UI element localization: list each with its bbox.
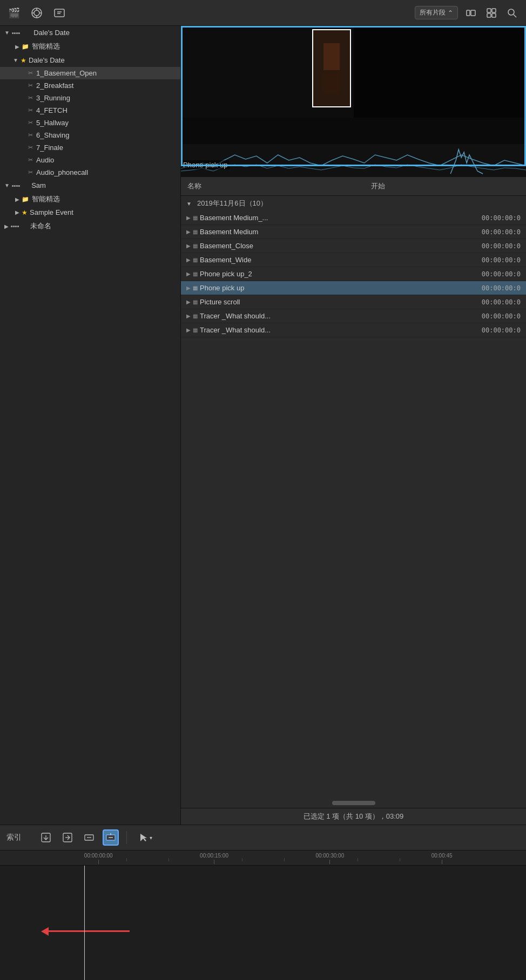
sidebar-item-clip-running[interactable]: ✂ 3_Running: [0, 92, 180, 104]
sidebar: ▼ ▪▪▪▪ Dale's Date ▶ 📁 智能精选 ▼ ★ Dale's D…: [0, 26, 181, 825]
sidebar-item-clip-basement-open[interactable]: ✂ 1_Basement_Open: [0, 67, 180, 79]
sidebar-item-clip-audio-phonecall[interactable]: ✂ Audio_phonecall: [0, 166, 180, 179]
sidebar-item-clip-fetch[interactable]: ✂ 4_FETCH: [0, 104, 180, 117]
ruler-mark-1: 00:00:15:00: [200, 853, 228, 864]
browser-header: 名称 开始: [181, 177, 526, 196]
sidebar-group-unnamed[interactable]: ▶ ▪▪▪▪ 未命名: [0, 219, 180, 234]
browser-group-date[interactable]: ▼ 2019年11月6日（10）: [181, 196, 526, 211]
timeline-tracks[interactable]: Basement_Wide: [0, 866, 526, 980]
sidebar-item-clip-breakfast[interactable]: ✂ 2_Breakfast: [0, 79, 180, 92]
row-arrow-bc: ▶: [186, 243, 191, 249]
browser-row-ps[interactable]: ▶ ▦ Picture scroll 00:00:00:0: [181, 295, 526, 309]
expand-triangle-unnamed: ▶: [4, 223, 9, 229]
sidebar-group-dales-date[interactable]: ▼ ▪▪▪▪ Dale's Date: [0, 26, 180, 39]
browser-row-tw2[interactable]: ▶ ▦ Tracer _What should... 00:00:00:0: [181, 323, 526, 337]
clip-scissors-icon-8: ✂: [28, 156, 33, 164]
timeline-area: 00:00:00:00 00:00:15:00 00:00:30:00 00:0…: [0, 850, 526, 980]
toolbar-icon-insert[interactable]: [81, 829, 97, 846]
row-name-ps: Picture scroll: [200, 298, 482, 306]
ruler-time-2: 00:00:30:00: [315, 853, 344, 859]
row-name-bw: Basement_Wide: [200, 256, 482, 264]
clip-scissors-icon-7: ✂: [28, 144, 33, 151]
sidebar-item-clip-audio[interactable]: ✂ Audio: [0, 154, 180, 166]
clip-running-label: 3_Running: [36, 94, 70, 102]
sidebar-item-sample-event[interactable]: ▶ ★ Sample Event: [0, 206, 180, 219]
row-arrow-pp1: ▶: [186, 285, 191, 291]
sidebar-item-dales-date-event[interactable]: ▼ ★ Dale's Date: [0, 53, 180, 67]
expand-triangle: ▶: [15, 44, 19, 50]
expand-triangle-sample: ▶: [15, 209, 19, 215]
clip-scissors-icon-9: ✂: [28, 169, 33, 176]
folder-icon-sam: 📁: [22, 196, 29, 203]
row-arrow-ps: ▶: [186, 299, 191, 305]
event-collapse-triangle: ▼: [13, 57, 18, 63]
browser-row-bw[interactable]: ▶ ▦ Basement_Wide 00:00:00:0: [181, 253, 526, 267]
row-arrow-bm2: ▶: [186, 229, 191, 235]
svg-rect-13: [487, 13, 491, 17]
timeline-ruler: 00:00:00:00 00:00:15:00 00:00:30:00 00:0…: [0, 850, 526, 866]
collapse-triangle-dales: ▼: [4, 30, 10, 36]
film-icon-pp2: ▦: [193, 271, 198, 277]
browser-row-bm1[interactable]: ▶ ▦ Basement Medium_... 00:00:00:0: [181, 211, 526, 225]
browser-row-bm2[interactable]: ▶ ▦ Basement Medium 00:00:00:0: [181, 225, 526, 239]
toolbar-icon-connect[interactable]: [103, 829, 119, 846]
row-name-tw1: Tracer _What should...: [200, 312, 482, 320]
media-import-icon[interactable]: [29, 5, 44, 21]
title-icon[interactable]: [52, 5, 67, 21]
preview-clip-label: Phone pick up: [181, 160, 230, 169]
smart-collection-1-label: 智能精选: [32, 42, 60, 51]
toolbar-icon-append[interactable]: [59, 829, 76, 846]
sidebar-group-sam[interactable]: ▼ ▪▪▪▪ Sam: [0, 179, 180, 192]
index-label: 索引: [6, 833, 22, 842]
film-icon-pp1: ▦: [193, 285, 198, 291]
film-icon-bm1: ▦: [193, 215, 198, 221]
row-start-tw2: 00:00:00:0: [482, 326, 521, 334]
sidebar-item-clip-finale[interactable]: ✂ 7_Finale: [0, 141, 180, 154]
preview-video[interactable]: [181, 26, 526, 176]
clip-shaving-label: 6_Shaving: [36, 131, 69, 139]
film-icon-tw1: ▦: [193, 313, 198, 319]
row-arrow-bm1: ▶: [186, 215, 191, 221]
browser-row-bc[interactable]: ▶ ▦ Basement_Close 00:00:00:0: [181, 239, 526, 253]
library-icon[interactable]: 🎬: [6, 5, 22, 21]
browser-row-pp1[interactable]: ▶ ▦ Phone pick up 00:00:00:0: [181, 281, 526, 295]
toolbar-icon-import[interactable]: [38, 829, 54, 846]
film-icon-ps: ▦: [193, 299, 198, 305]
collapse-triangle-sam: ▼: [4, 182, 10, 188]
folder-icon: 📁: [22, 43, 29, 50]
arrow-head: [41, 927, 49, 936]
sidebar-item-smart-collection-sam[interactable]: ▶ 📁 智能精选: [0, 192, 180, 206]
browser-row-pp2[interactable]: ▶ ▦ Phone pick up_2 00:00:00:0: [181, 267, 526, 281]
sidebar-item-smart-collection-1[interactable]: ▶ 📁 智能精选: [0, 39, 180, 53]
library-grid-icon: ▪▪▪▪: [12, 30, 29, 36]
top-toolbar: 🎬 所有片段 ⌃: [0, 0, 526, 26]
svg-rect-9: [467, 10, 470, 16]
sidebar-item-clip-shaving[interactable]: ✂ 6_Shaving: [0, 129, 180, 141]
sidebar-item-clip-hallway[interactable]: ✂ 5_Hallway: [0, 117, 180, 129]
row-start-bw: 00:00:00:0: [482, 256, 521, 264]
ruler-mark-3: 00:00:45: [431, 853, 453, 864]
row-start-bm1: 00:00:00:0: [482, 214, 521, 222]
toolbar-arrow-select[interactable]: ▾: [134, 830, 156, 845]
unnamed-library-label: 未命名: [30, 221, 51, 231]
view-toggle-icon[interactable]: [484, 5, 499, 21]
row-name-bm2: Basement Medium: [200, 228, 482, 236]
svg-rect-6: [55, 9, 64, 17]
clip-appearance-icon[interactable]: [463, 5, 478, 21]
sam-library-label: Sam: [31, 181, 46, 189]
row-name-pp2: Phone pick up_2: [200, 270, 482, 278]
row-arrow-bw: ▶: [186, 257, 191, 263]
browser-list[interactable]: ▼ 2019年11月6日（10） ▶ ▦ Basement Medium_...…: [181, 196, 526, 798]
search-icon[interactable]: [504, 5, 520, 21]
smart-collection-sam-label: 智能精选: [32, 194, 60, 204]
filter-dropdown[interactable]: 所有片段 ⌃: [415, 6, 458, 19]
svg-rect-10: [471, 10, 475, 16]
film-icon-bc: ▦: [193, 243, 198, 249]
browser-scrollbar[interactable]: [332, 801, 375, 805]
browser-row-tw1[interactable]: ▶ ▦ Tracer _What should... 00:00:00:0: [181, 309, 526, 323]
clip-breakfast-label: 2_Breakfast: [36, 81, 73, 90]
clip-scissors-icon-4: ✂: [28, 107, 33, 114]
sidebar-dales-date-label: Dale's Date: [33, 29, 70, 37]
row-name-pp1: Phone pick up: [200, 284, 482, 292]
row-arrow-tw2: ▶: [186, 327, 191, 333]
